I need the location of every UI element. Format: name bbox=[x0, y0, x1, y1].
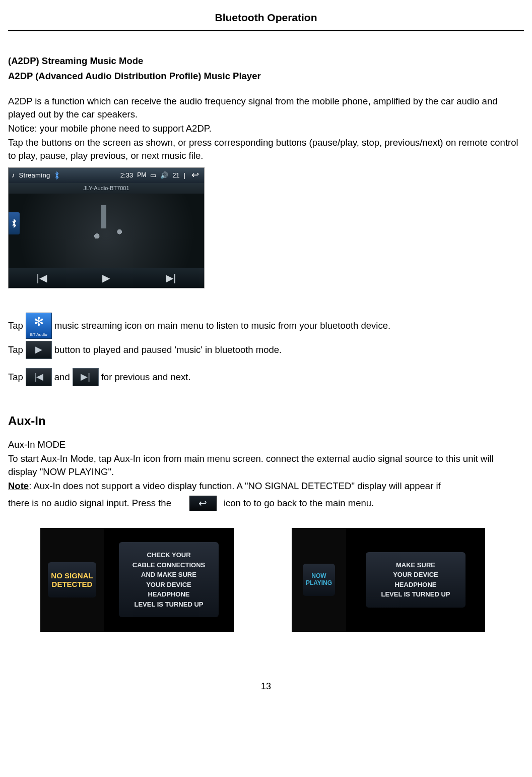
sd-icon: ▭ bbox=[150, 171, 156, 180]
a2dp-paragraph-1: A2DP is a function which can receive the… bbox=[8, 95, 524, 121]
clock-time: 2:33 bbox=[120, 171, 133, 180]
text: for previous and next. bbox=[101, 371, 191, 384]
auxin-paragraph: To start Aux-In Mode, tap Aux-In icon fr… bbox=[8, 452, 524, 479]
auxin-now-playing-screenshot: NOW PLAYING MAKE SURE YOUR DEVICE HEADPH… bbox=[292, 528, 485, 632]
auxin-note-line1: Note: Aux-In does not support a video di… bbox=[8, 480, 524, 493]
streaming-screenshot: ♪ Streaming 2:33 PM ▭ 🔊 21 | ↩ JLY-Audio… bbox=[8, 167, 205, 288]
back-icon[interactable]: ↩ bbox=[189, 169, 201, 182]
bluetooth-icon bbox=[54, 171, 60, 180]
device-name: JLY-Audio-BT7001 bbox=[9, 183, 204, 194]
clock-ampm: PM bbox=[137, 171, 146, 180]
text: : Aux-In does not support a video displa… bbox=[29, 481, 441, 491]
auxin-no-signal-screenshot: NO SIGNAL DETECTED CHECK YOUR CABLE CONN… bbox=[40, 528, 234, 632]
auxin-mode-label: Aux-In MODE bbox=[8, 438, 524, 451]
text: and bbox=[54, 371, 70, 384]
text: there is no audio signal input. Press th… bbox=[8, 497, 171, 510]
music-icon bbox=[88, 202, 124, 238]
previous-icon[interactable]: |◀ bbox=[26, 368, 52, 386]
speaker-icon: 🔊 bbox=[160, 171, 168, 180]
play-button[interactable]: ▶ bbox=[102, 271, 110, 285]
text: button to played and paused 'music' in b… bbox=[54, 343, 282, 356]
next-button[interactable]: ▶| bbox=[166, 271, 176, 285]
bt-audio-icon[interactable] bbox=[26, 313, 52, 339]
text: music streaming icon on main menu to lis… bbox=[54, 319, 390, 332]
play-icon[interactable]: ▶ bbox=[26, 341, 52, 359]
section-a2dp-title: (A2DP) Streaming Music Mode bbox=[8, 54, 524, 68]
no-signal-badge: NO SIGNAL DETECTED bbox=[48, 562, 96, 598]
now-playing-badge: NOW PLAYING bbox=[303, 564, 335, 596]
status-bar: ♪ Streaming 2:33 PM ▭ 🔊 21 | ↩ bbox=[9, 168, 204, 183]
text: Tap bbox=[8, 343, 23, 356]
text: Tap bbox=[8, 371, 23, 384]
screen-title: Streaming bbox=[19, 171, 50, 180]
music-note-icon: ♪ bbox=[12, 171, 15, 180]
text: Tap bbox=[8, 319, 23, 332]
section-a2dp-subtitle: A2DP (Advanced Audio Distribution Profil… bbox=[8, 70, 524, 83]
next-icon[interactable]: ▶| bbox=[73, 368, 99, 386]
a2dp-paragraph-2: Notice: your mobile phone need to suppor… bbox=[8, 122, 524, 135]
text: icon to to go back to the main menu. bbox=[224, 497, 374, 510]
a2dp-paragraph-3: Tap the buttons on the screen as shown, … bbox=[8, 136, 524, 162]
page-number: 13 bbox=[8, 680, 524, 693]
page-title: Bluetooth Operation bbox=[8, 10, 524, 31]
previous-button[interactable]: |◀ bbox=[36, 271, 46, 285]
back-icon[interactable]: ↩ bbox=[189, 496, 217, 511]
now-playing-message: MAKE SURE YOUR DEVICE HEADPHONE LEVEL IS… bbox=[366, 552, 466, 608]
no-signal-message: CHECK YOUR CABLE CONNECTIONS AND MAKE SU… bbox=[119, 542, 219, 617]
note-label: Note bbox=[8, 481, 29, 491]
bluetooth-side-tab[interactable] bbox=[9, 212, 20, 234]
auxin-heading: Aux-In bbox=[8, 412, 524, 430]
volume-level: 21 bbox=[172, 171, 179, 180]
